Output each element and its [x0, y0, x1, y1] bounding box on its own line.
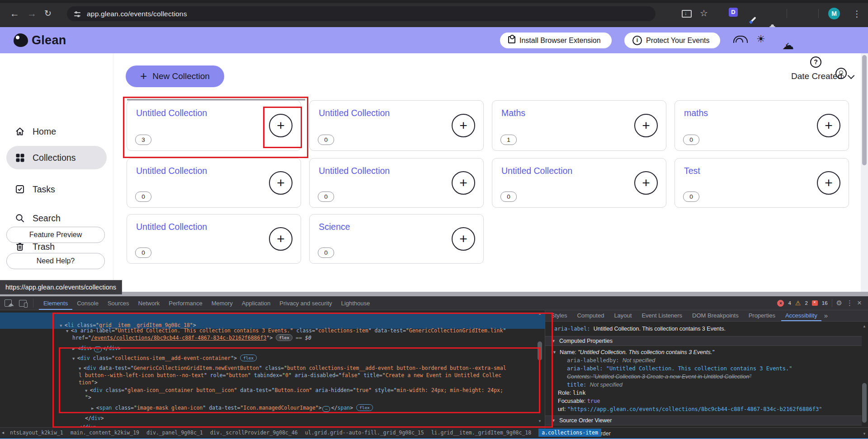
devtools-close-icon[interactable]: × — [857, 299, 862, 308]
breadcrumb-item[interactable]: div._panel_9g08c_1 — [146, 430, 203, 436]
collection-card[interactable]: maths0+ — [675, 100, 849, 151]
scroll-down-icon[interactable]: ▼ — [538, 419, 542, 423]
devtools-menu-icon[interactable]: ⋮ — [846, 299, 853, 307]
a11y-property-row[interactable]: aria-labelledby: Not specified — [567, 357, 655, 364]
code-line[interactable]: </div> — [85, 415, 104, 422]
add-event-button[interactable]: + — [634, 114, 658, 137]
collection-title[interactable]: Untitled Collection — [136, 222, 207, 232]
collection-title[interactable]: Untitled Collection — [136, 166, 207, 176]
code-line[interactable]: ▶ <div>…</div> — [72, 345, 121, 352]
elements-scrollbar-thumb[interactable] — [538, 341, 542, 360]
devtools-tab-elements[interactable]: Elements — [39, 296, 72, 310]
crumbs-scroll-left-icon[interactable]: ◂ — [2, 430, 4, 435]
collection-card[interactable]: Untitled Collection0+ — [309, 158, 484, 208]
a11y-property-row[interactable]: url: "https://app.glean.co/events/collec… — [558, 406, 822, 413]
collection-card[interactable]: Untitled Collection3+ — [127, 100, 301, 151]
triangle-expand-icon[interactable]: ▼ — [552, 418, 556, 423]
protect-events-button[interactable]: i Protect Your Events — [624, 33, 720, 48]
scroll-up-icon[interactable]: ▲ — [538, 312, 542, 316]
code-line[interactable]: tion"> — [79, 379, 98, 386]
collection-card[interactable]: Maths1+ — [492, 100, 666, 151]
sidebar-item-home[interactable]: Home — [0, 125, 113, 138]
breadcrumb-item[interactable]: ntsLayout_k2kiw_1 — [10, 430, 63, 436]
devtools-tab-application[interactable]: Application — [237, 296, 275, 310]
add-event-button[interactable]: + — [269, 227, 292, 251]
collection-card[interactable]: Test0+ — [675, 158, 849, 208]
collection-title[interactable]: Untitled Collection — [136, 108, 207, 118]
eyedropper-extension-icon[interactable] — [749, 16, 757, 24]
a11y-property-row[interactable]: title: Not specified — [567, 381, 623, 388]
collection-title[interactable]: Untitled Collection — [319, 108, 390, 118]
sidebar-item-collections[interactable]: Collections — [0, 151, 113, 164]
pane-tab-properties[interactable]: Properties — [745, 310, 779, 322]
add-event-button[interactable]: + — [269, 171, 292, 195]
breadcrumb-item[interactable]: li.grid__item._gridItem_9g08c_18 — [431, 430, 532, 436]
theme-sun-icon[interactable]: ☀ — [756, 33, 765, 45]
add-event-button[interactable]: + — [452, 171, 475, 195]
a11y-property-row[interactable]: Contents: "Untitled Collection 3 Create … — [567, 373, 751, 380]
issues-icon[interactable] — [812, 300, 818, 306]
warning-icon[interactable]: ⚠ — [795, 299, 801, 307]
browser-menu-icon[interactable]: ⋮ — [853, 9, 861, 19]
collection-title[interactable]: Untitled Collection — [319, 166, 390, 176]
devtools-tab-privacy-and-security[interactable]: Privacy and security — [275, 296, 336, 310]
code-line[interactable]: ▶ <span class="image-mask glean-icon" da… — [91, 404, 373, 412]
site-settings-icon[interactable] — [74, 11, 80, 17]
breadcrumb-item[interactable]: ul.grid.grid--auto-fill._grid_9g08c_15 — [305, 430, 424, 436]
sidebar-item-search[interactable]: Search — [0, 211, 113, 225]
devtools-tab-console[interactable]: Console — [72, 296, 103, 310]
a11y-property-row[interactable]: Focusable: true — [558, 397, 600, 405]
collection-card[interactable]: Untitled Collection0+ — [127, 158, 301, 208]
code-line[interactable]: ▼ <div class="glean-icon__container butt… — [85, 387, 503, 394]
a11y-scrollbar-thumb[interactable] — [862, 383, 867, 423]
collection-title[interactable]: maths — [684, 108, 708, 118]
breadcrumb-item[interactable]: div._scrollProvider_9g08c_46 — [210, 430, 298, 436]
extension-d-icon[interactable]: D — [729, 8, 738, 17]
scroll-up-icon[interactable]: ▲ — [863, 324, 866, 328]
triangle-expand-icon[interactable]: ▼ — [552, 339, 556, 343]
breadcrumb-item[interactable]: a.collections-item — [538, 429, 601, 437]
collection-title[interactable]: Maths — [501, 108, 525, 118]
code-line[interactable]: "> — [85, 394, 91, 401]
new-collection-button[interactable]: + New Collection — [126, 65, 224, 87]
url-bar[interactable]: app.glean.co/events/collections — [67, 6, 656, 21]
warning-count[interactable]: 2 — [805, 300, 807, 306]
collection-card[interactable]: Untitled Collection0+ — [127, 214, 301, 264]
add-event-button[interactable]: + — [452, 114, 475, 137]
pane-tab-styles[interactable]: Styles — [547, 310, 571, 322]
feature-preview-button[interactable]: Feature Preview — [6, 227, 105, 243]
devtools-tab-memory[interactable]: Memory — [207, 296, 237, 310]
collection-card[interactable]: Untitled Collection0+ — [492, 158, 666, 208]
sidebar-item-tasks[interactable]: Tasks — [0, 182, 113, 196]
a11y-property-row[interactable]: aria-label: Untitled Collection. This co… — [554, 325, 726, 332]
code-line[interactable]: l button--with-left-icon button--no-text… — [79, 372, 501, 379]
pane-tabs-overflow-icon[interactable]: » — [824, 312, 828, 319]
devtools-tab-sources[interactable]: Sources — [103, 296, 134, 310]
triangle-expand-icon[interactable]: ▼ — [552, 350, 557, 355]
a11y-property-row[interactable]: aria-label: "Untitled Collection. This c… — [567, 365, 793, 372]
pane-tab-computed[interactable]: Computed — [573, 310, 608, 322]
error-count[interactable]: 4 — [788, 300, 791, 306]
need-help-button[interactable]: Need Help? — [6, 253, 105, 269]
help-icon[interactable]: ? — [810, 56, 821, 68]
code-line[interactable]: ▼ <div data-test="GenericCollectionGridI… — [79, 364, 506, 372]
a11y-property-row[interactable]: Role: link — [558, 389, 586, 397]
collection-title[interactable]: Test — [684, 166, 700, 176]
add-event-button[interactable]: + — [269, 114, 292, 137]
code-line[interactable]: </div> — [79, 424, 98, 427]
sort-dropdown[interactable]: Date Created — [791, 71, 853, 81]
scroll-down-icon[interactable]: ▼ — [863, 432, 866, 436]
collection-card[interactable]: Untitled Collection0+ — [309, 100, 484, 151]
a11y-section-header[interactable]: ▼Source Order Viewer — [545, 416, 862, 425]
collection-title[interactable]: Untitled Collection — [501, 166, 572, 176]
error-icon[interactable]: × — [777, 300, 784, 307]
collection-card[interactable]: Science0+ — [309, 214, 484, 264]
devtools-tab-performance[interactable]: Performance — [164, 296, 207, 310]
add-event-button[interactable]: + — [634, 171, 658, 195]
devtools-tab-lighthouse[interactable]: Lighthouse — [337, 296, 375, 310]
devtools-tab-network[interactable]: Network — [134, 296, 165, 310]
breadcrumb-item[interactable]: main._content_k2kiw_19 — [71, 430, 139, 436]
code-line[interactable]: ▼ <div class="collections-item__add-even… — [72, 355, 257, 362]
code-line[interactable]: href="/events/collections/8bc9cb44-c88f-… — [72, 334, 311, 341]
device-toolbar-icon[interactable] — [19, 300, 27, 307]
